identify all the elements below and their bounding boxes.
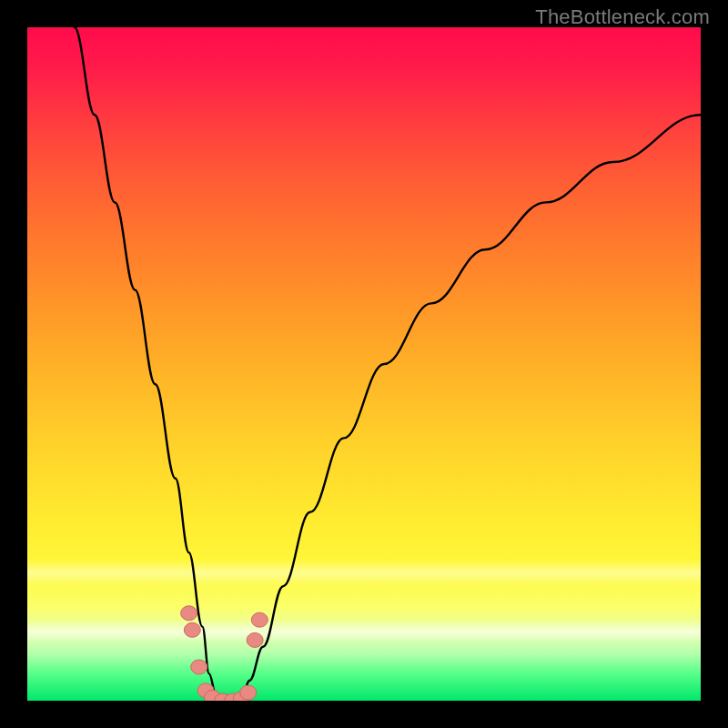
marker-group	[181, 606, 268, 701]
curve-marker	[191, 660, 207, 674]
curve-marker	[184, 622, 200, 637]
chart-frame: TheBottleneck.com	[0, 0, 728, 728]
attribution-text: TheBottleneck.com	[535, 5, 710, 29]
curve-marker	[240, 685, 257, 700]
curve-marker	[251, 612, 268, 627]
curve-marker	[181, 606, 197, 621]
bottleneck-curve	[75, 27, 701, 701]
curve-layer	[27, 27, 701, 701]
curve-marker	[247, 632, 263, 647]
